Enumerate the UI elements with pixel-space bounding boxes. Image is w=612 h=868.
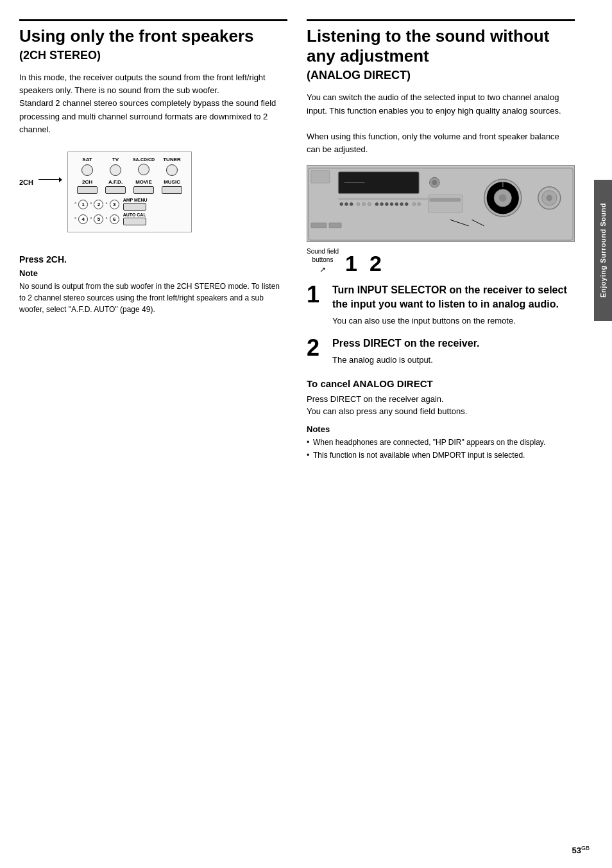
sound-field-label: Sound fieldbuttons ↗	[307, 247, 339, 274]
svg-point-22	[418, 203, 421, 206]
svg-point-28	[499, 195, 507, 202]
right-section-title: Listening to the sound without any adjus…	[307, 19, 575, 82]
svg-point-32	[546, 195, 552, 202]
sound-field-annotation: Sound fieldbuttons ↗ 1 2	[307, 247, 575, 274]
svg-point-15	[380, 203, 384, 206]
note-item-1: When headphones are connected, "HP DIR" …	[307, 437, 575, 449]
svg-point-20	[405, 203, 408, 206]
svg-point-10	[350, 203, 353, 206]
remote-2ch-label: 2CH	[19, 178, 33, 186]
svg-point-17	[390, 203, 393, 206]
left-intro: In this mode, the receiver outputs the s…	[19, 71, 287, 136]
step-2: 2 Press DIRECT on the receiver. The anal…	[307, 336, 575, 367]
svg-point-21	[412, 203, 416, 206]
receiver-diagram: ——————	[307, 165, 575, 242]
step-1-heading: Turn INPUT SELECTOR on the receiver to s…	[332, 283, 575, 311]
step-2-body: The analog audio is output.	[332, 354, 575, 367]
press-2ch-heading: Press 2CH.	[19, 254, 287, 265]
svg-rect-34	[329, 223, 341, 228]
svg-point-12	[362, 203, 366, 206]
notes-heading: Notes	[307, 424, 575, 434]
svg-point-18	[395, 203, 398, 206]
svg-point-14	[375, 203, 378, 206]
cancel-heading: To cancel ANALOG DIRECT	[307, 378, 575, 389]
cancel-body: Press DIRECT on the receiver again. You …	[307, 393, 575, 418]
remote-diagram: SAT TV SA-CD/CD TUNER	[67, 152, 192, 233]
left-column: Using only the front speakers (2CH STERE…	[19, 19, 287, 849]
step-1-number: 1	[307, 283, 325, 306]
step-2-content: Press DIRECT on the receiver. The analog…	[332, 336, 575, 367]
svg-point-8	[340, 203, 343, 206]
side-tab-label: Enjoying Surround Sound	[599, 203, 607, 298]
svg-point-19	[400, 203, 404, 206]
right-intro: You can switch the audio of the selected…	[307, 91, 575, 156]
svg-point-6	[432, 180, 437, 185]
svg-rect-33	[311, 223, 327, 228]
svg-point-13	[368, 203, 371, 206]
step-2-number: 2	[307, 336, 325, 360]
svg-rect-24	[430, 198, 461, 202]
left-section-title: Using only the front speakers (2CH STERE…	[19, 19, 287, 62]
note-heading: Note	[19, 268, 287, 278]
svg-point-11	[357, 203, 360, 206]
step-1: 1 Turn INPUT SELECTOR on the receiver to…	[307, 283, 575, 327]
right-column: Listening to the sound without any adjus…	[307, 19, 575, 849]
svg-rect-23	[429, 195, 463, 213]
notes-list: When headphones are connected, "HP DIR" …	[307, 437, 575, 462]
step-1-body: You can also use the input buttons on th…	[332, 315, 575, 327]
svg-rect-2	[311, 171, 330, 183]
note-body: No sound is output from the sub woofer i…	[19, 281, 287, 315]
step-1-content: Turn INPUT SELECTOR on the receiver to s…	[332, 283, 575, 327]
svg-point-9	[345, 203, 348, 206]
svg-text:——————: ——————	[344, 179, 365, 186]
sound-field-step-numbers: 1 2	[345, 252, 382, 274]
svg-point-16	[385, 203, 388, 206]
page-number: 53GB	[572, 845, 590, 855]
note-item-2: This function is not available when DMPO…	[307, 449, 575, 462]
side-tab: Enjoying Surround Sound	[594, 180, 612, 321]
step-2-heading: Press DIRECT on the receiver.	[332, 336, 575, 351]
